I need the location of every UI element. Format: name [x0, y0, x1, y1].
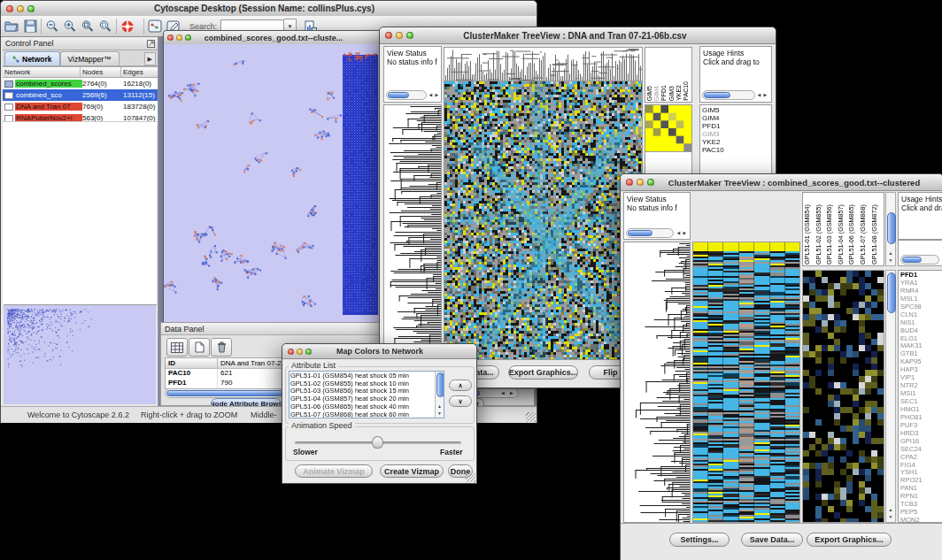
row-label[interactable]: GIM3	[700, 130, 771, 138]
tab-network[interactable]: Network	[4, 51, 60, 65]
heatmap-global[interactable]	[444, 81, 643, 360]
close-button[interactable]	[385, 32, 392, 39]
network-graph-canvas[interactable]	[164, 44, 381, 321]
export-graphics-button[interactable]: Export Graphics...	[508, 365, 578, 380]
animate-vizmap-button[interactable]: Animate Vizmap	[295, 464, 373, 478]
network-tree-empty-area	[3, 121, 157, 305]
column-label[interactable]: GPL51-08 (GSM872)	[871, 204, 883, 265]
column-dendrogram[interactable]	[444, 47, 643, 81]
open-session-icon[interactable]	[4, 19, 19, 33]
attribute-list-label: Attribute List	[289, 361, 338, 370]
tab-vizmapper[interactable]: VizMapper™	[60, 51, 120, 65]
minimize-button[interactable]	[176, 35, 182, 41]
window-title: Cytoscape Desktop (Session Name: collins…	[35, 4, 494, 13]
attribute-table-icon[interactable]	[166, 338, 188, 357]
minimize-button[interactable]	[297, 349, 303, 355]
row-label[interactable]: YKE2	[700, 138, 771, 146]
close-button[interactable]	[288, 349, 294, 355]
row-labels-hscrollbar[interactable]	[900, 255, 939, 265]
usage-hints-title: Usage Hints	[899, 193, 942, 203]
gene-label[interactable]: MON2	[899, 517, 942, 523]
column-labels-vscrollbar[interactable]: ▲ ▼	[885, 192, 896, 266]
dialog-titlebar[interactable]: Map Colors to Network	[282, 344, 476, 359]
column-label[interactable]: GIM5	[646, 86, 653, 101]
network-view-window: combined_scores_good.txt--cluste...	[163, 30, 383, 324]
save-session-icon[interactable]	[24, 19, 37, 33]
row-label[interactable]: GIM4	[700, 114, 771, 122]
minimize-button[interactable]	[17, 5, 24, 12]
close-button[interactable]	[167, 35, 174, 41]
export-graphics-button[interactable]: Export Graphics...	[807, 533, 892, 547]
usage-hints-text: Click and drag to	[899, 203, 942, 212]
close-button[interactable]	[6, 5, 13, 12]
zoom-out-icon[interactable]	[45, 19, 59, 34]
speed-slider-thumb[interactable]	[372, 436, 383, 449]
column-label[interactable]: PAC10	[683, 81, 690, 101]
column-label[interactable]: GPL51-01 (GSM854)	[804, 204, 815, 265]
treeview2-button-bar: Settings... Save Data... Export Graphics…	[621, 523, 942, 560]
column-label[interactable]: PFD1	[660, 85, 668, 101]
network-view-titlebar[interactable]: combined_scores_good.txt--cluste...	[164, 31, 382, 45]
row-dendrogram[interactable]	[623, 242, 691, 523]
create-vizmap-button[interactable]: Create Vizmap	[380, 464, 444, 478]
save-data-button[interactable]: Save Data...	[741, 533, 803, 547]
usage-hints-text: Click and drag to	[700, 58, 771, 66]
zoom-button[interactable]	[406, 32, 413, 39]
network-tab-icon	[12, 56, 19, 63]
new-attribute-icon[interactable]	[189, 338, 210, 357]
heatmap-zoom[interactable]	[645, 104, 692, 152]
network-table: combined_scores 2764(0) 16218(0) combine…	[3, 78, 158, 124]
row-label[interactable]: PAC10	[700, 146, 771, 154]
float-panel-icon[interactable]	[147, 40, 155, 48]
zoom-in-icon[interactable]	[63, 19, 77, 34]
usage-hints-hscrollbar[interactable]	[702, 90, 755, 100]
vizmapper-panel-icon[interactable]	[148, 19, 162, 33]
column-label[interactable]: YKE2	[676, 85, 683, 101]
status-hint-zoom: Right-click + drag to ZOOM	[141, 410, 237, 419]
network-table-row[interactable]: combined_sco 2569(6) 13112(15)	[3, 89, 158, 101]
zoom-button[interactable]	[27, 5, 35, 12]
treeview1-titlebar[interactable]: ClusterMaker TreeView : DNA and Tran 07-…	[380, 27, 776, 44]
view-status-hscrollbar[interactable]	[386, 90, 427, 100]
column-label[interactable]: GIM3	[668, 86, 676, 101]
network-name: combined_sco	[15, 91, 82, 99]
column-label[interactable]: GPL51-07 (GSM868)	[860, 204, 871, 265]
birdseye-view[interactable]	[4, 304, 157, 405]
minimize-button[interactable]	[637, 179, 644, 186]
network-table-row[interactable]: DNA and Tran 07 769(0) 183728(0)	[3, 101, 158, 112]
move-up-button[interactable]: ∧	[449, 380, 472, 391]
row-label[interactable]: GIM5	[700, 106, 771, 114]
resize-grip[interactable]	[526, 412, 536, 422]
view-status-hscrollbar[interactable]	[626, 228, 674, 238]
network-table-row[interactable]: combined_scores 2764(0) 16218(0)	[3, 78, 158, 89]
cytoscape-titlebar[interactable]: Cytoscape Desktop (Session Name: collins…	[1, 1, 537, 17]
move-down-button[interactable]: ∨	[449, 395, 472, 407]
gene-list-vscrollbar[interactable]: ▲ ▼	[885, 270, 896, 523]
treeview2-titlebar[interactable]: ClusterMaker TreeView : combined_scores_…	[621, 174, 942, 191]
row-dendrogram[interactable]	[383, 104, 442, 360]
tab-overflow-button[interactable]: ▶	[144, 52, 156, 65]
gene-id-cell: PAC10	[166, 369, 218, 379]
column-label[interactable]: GPL51-03 (GSM856)	[826, 204, 838, 265]
zoom-fit-icon[interactable]	[98, 19, 112, 34]
attribute-list-vscrollbar[interactable]: ▲ ▼	[435, 372, 444, 418]
column-header-id[interactable]: ID	[166, 358, 218, 368]
attribute-list-item[interactable]: GPL51-07 (GSM868) heat shock 60 min	[290, 411, 434, 418]
slower-label: Slower	[293, 448, 318, 456]
help-icon[interactable]	[120, 19, 135, 34]
view-status-panel: View Status No status info f ◀ ▶	[383, 46, 442, 103]
zoom-button[interactable]	[305, 349, 312, 355]
close-button[interactable]	[626, 179, 633, 186]
row-label[interactable]: PFD1	[700, 122, 771, 130]
heatmap-global[interactable]	[692, 242, 800, 523]
data-panel-title: Data Panel	[165, 325, 205, 334]
minimize-button[interactable]	[396, 32, 403, 39]
heatmap-zoom[interactable]	[802, 270, 884, 523]
usage-hints-footer	[898, 240, 942, 266]
zoom-button[interactable]	[647, 179, 654, 186]
zoom-selected-icon[interactable]	[81, 19, 95, 34]
settings-button[interactable]: Settings...	[669, 533, 730, 547]
delete-attribute-icon[interactable]	[211, 338, 232, 357]
resize-grip[interactable]	[466, 472, 475, 482]
zoom-button[interactable]	[185, 35, 191, 41]
